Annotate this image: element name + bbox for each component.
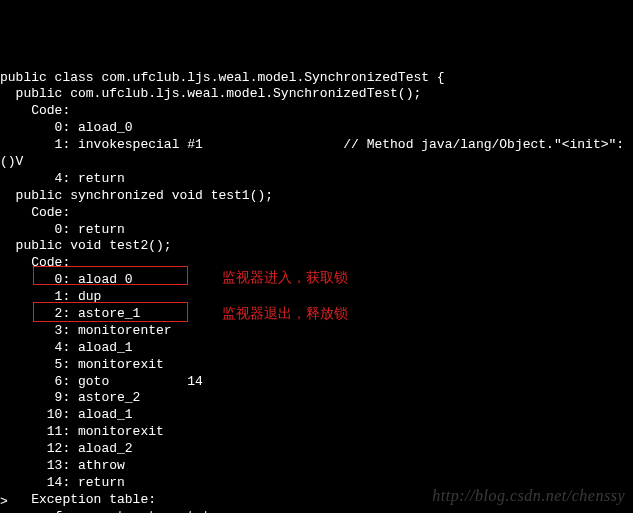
code-line: 9: astore_2: [0, 390, 633, 407]
code-line: 4: return: [0, 171, 633, 188]
code-line: 10: aload_1: [0, 407, 633, 424]
code-line: 3: monitorenter: [0, 323, 633, 340]
code-line: public com.ufclub.ljs.weal.model.Synchro…: [0, 86, 633, 103]
code-line: 0: return: [0, 222, 633, 239]
bytecode-output: public class com.ufclub.ljs.weal.model.S…: [0, 68, 633, 513]
code-line: from to target type: [0, 509, 633, 513]
code-line: 13: athrow: [0, 458, 633, 475]
code-line: public synchronized void test1();: [0, 188, 633, 205]
code-line: 4: aload_1: [0, 340, 633, 357]
annotation-monitorexit: 监视器退出，释放锁: [222, 304, 348, 322]
code-line: 6: goto 14: [0, 374, 633, 391]
annotation-monitorenter: 监视器进入，获取锁: [222, 268, 348, 286]
code-line: 11: monitorexit: [0, 424, 633, 441]
code-line: 0: aload_0: [0, 120, 633, 137]
code-line: Code:: [0, 103, 633, 120]
code-line: Code:: [0, 205, 633, 222]
code-line: public void test2();: [0, 238, 633, 255]
code-line: Exception table:: [0, 492, 633, 509]
code-line: 1: invokespecial #1 // Method java/lang/…: [0, 137, 633, 154]
code-line: 12: aload_2: [0, 441, 633, 458]
code-line: public class com.ufclub.ljs.weal.model.S…: [0, 70, 633, 87]
code-line: 14: return: [0, 475, 633, 492]
code-line: ()V: [0, 154, 633, 171]
code-line: 5: monitorexit: [0, 357, 633, 374]
shell-prompt: >: [0, 494, 8, 511]
